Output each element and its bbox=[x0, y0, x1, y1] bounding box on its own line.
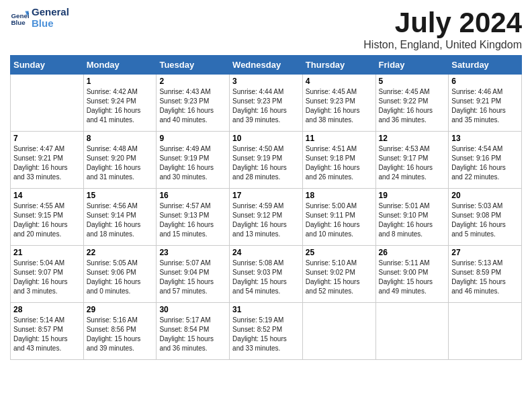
day-info: Sunrise: 5:14 AM Sunset: 8:57 PM Dayligh… bbox=[13, 316, 81, 353]
day-number: 12 bbox=[379, 134, 446, 143]
week-row-1: 1Sunrise: 4:42 AM Sunset: 9:24 PM Daylig… bbox=[11, 75, 522, 132]
day-info: Sunrise: 5:05 AM Sunset: 9:06 PM Dayligh… bbox=[87, 259, 154, 296]
calendar-cell: 13Sunrise: 4:54 AM Sunset: 9:16 PM Dayli… bbox=[449, 132, 522, 189]
calendar-cell: 12Sunrise: 4:53 AM Sunset: 9:17 PM Dayli… bbox=[375, 132, 449, 189]
day-number: 30 bbox=[159, 305, 226, 314]
calendar-cell: 8Sunrise: 4:48 AM Sunset: 9:20 PM Daylig… bbox=[83, 132, 157, 189]
week-row-4: 21Sunrise: 5:04 AM Sunset: 9:07 PM Dayli… bbox=[11, 246, 522, 303]
weekday-header-row: SundayMondayTuesdayWednesdayThursdayFrid… bbox=[11, 56, 522, 75]
calendar-cell: 14Sunrise: 4:55 AM Sunset: 9:15 PM Dayli… bbox=[11, 189, 84, 246]
day-number: 22 bbox=[87, 248, 154, 257]
day-info: Sunrise: 4:57 AM Sunset: 9:13 PM Dayligh… bbox=[159, 201, 226, 239]
day-number: 7 bbox=[13, 134, 81, 143]
calendar-cell: 17Sunrise: 4:59 AM Sunset: 9:12 PM Dayli… bbox=[230, 189, 303, 246]
calendar-cell: 31Sunrise: 5:19 AM Sunset: 8:52 PM Dayli… bbox=[230, 303, 303, 360]
calendar-cell: 18Sunrise: 5:00 AM Sunset: 9:11 PM Dayli… bbox=[302, 189, 375, 246]
day-number: 23 bbox=[159, 248, 226, 257]
calendar-cell: 5Sunrise: 4:45 AM Sunset: 9:22 PM Daylig… bbox=[375, 75, 449, 132]
day-number: 4 bbox=[306, 77, 373, 86]
calendar-cell: 6Sunrise: 4:46 AM Sunset: 9:21 PM Daylig… bbox=[449, 75, 522, 132]
day-info: Sunrise: 4:50 AM Sunset: 9:19 PM Dayligh… bbox=[232, 144, 300, 182]
calendar-cell: 24Sunrise: 5:08 AM Sunset: 9:03 PM Dayli… bbox=[230, 246, 303, 303]
day-info: Sunrise: 5:17 AM Sunset: 8:54 PM Dayligh… bbox=[159, 316, 226, 353]
day-number: 19 bbox=[379, 191, 446, 200]
day-info: Sunrise: 5:01 AM Sunset: 9:10 PM Dayligh… bbox=[379, 201, 446, 239]
calendar-cell: 30Sunrise: 5:17 AM Sunset: 8:54 PM Dayli… bbox=[157, 303, 230, 360]
weekday-header-tuesday: Tuesday bbox=[157, 56, 230, 75]
day-number: 1 bbox=[87, 77, 154, 86]
calendar-cell: 10Sunrise: 4:50 AM Sunset: 9:19 PM Dayli… bbox=[230, 132, 303, 189]
day-info: Sunrise: 4:42 AM Sunset: 9:24 PM Dayligh… bbox=[87, 87, 154, 125]
day-info: Sunrise: 4:45 AM Sunset: 9:23 PM Dayligh… bbox=[306, 87, 373, 125]
calendar-cell bbox=[449, 303, 522, 360]
calendar-cell: 1Sunrise: 4:42 AM Sunset: 9:24 PM Daylig… bbox=[83, 75, 157, 132]
header: General Blue General Blue July 2024 Hist… bbox=[10, 7, 522, 51]
weekday-header-saturday: Saturday bbox=[449, 56, 522, 75]
calendar-table: SundayMondayTuesdayWednesdayThursdayFrid… bbox=[10, 55, 522, 360]
calendar-cell: 15Sunrise: 4:56 AM Sunset: 9:14 PM Dayli… bbox=[83, 189, 157, 246]
calendar-cell: 2Sunrise: 4:43 AM Sunset: 9:23 PM Daylig… bbox=[157, 75, 230, 132]
day-number: 14 bbox=[13, 191, 81, 200]
day-number: 25 bbox=[306, 248, 373, 257]
day-info: Sunrise: 5:16 AM Sunset: 8:56 PM Dayligh… bbox=[87, 316, 154, 353]
day-number: 16 bbox=[159, 191, 226, 200]
day-info: Sunrise: 5:19 AM Sunset: 8:52 PM Dayligh… bbox=[232, 316, 300, 353]
day-info: Sunrise: 5:07 AM Sunset: 9:04 PM Dayligh… bbox=[159, 259, 226, 296]
calendar-cell: 26Sunrise: 5:11 AM Sunset: 9:00 PM Dayli… bbox=[375, 246, 449, 303]
calendar-cell: 29Sunrise: 5:16 AM Sunset: 8:56 PM Dayli… bbox=[83, 303, 157, 360]
calendar-cell bbox=[302, 303, 375, 360]
day-number: 2 bbox=[159, 77, 226, 86]
day-info: Sunrise: 4:43 AM Sunset: 9:23 PM Dayligh… bbox=[159, 87, 226, 125]
calendar-cell: 22Sunrise: 5:05 AM Sunset: 9:06 PM Dayli… bbox=[83, 246, 157, 303]
day-number: 8 bbox=[87, 134, 154, 143]
day-info: Sunrise: 5:03 AM Sunset: 9:08 PM Dayligh… bbox=[451, 201, 519, 239]
day-info: Sunrise: 5:04 AM Sunset: 9:07 PM Dayligh… bbox=[13, 259, 81, 296]
day-number: 6 bbox=[451, 77, 519, 86]
calendar-cell: 21Sunrise: 5:04 AM Sunset: 9:07 PM Dayli… bbox=[11, 246, 84, 303]
calendar-cell bbox=[11, 75, 84, 132]
day-number: 5 bbox=[379, 77, 446, 86]
day-info: Sunrise: 4:46 AM Sunset: 9:21 PM Dayligh… bbox=[451, 87, 519, 125]
day-number: 29 bbox=[87, 305, 154, 314]
day-number: 11 bbox=[306, 134, 373, 143]
day-number: 20 bbox=[451, 191, 519, 200]
day-number: 24 bbox=[232, 248, 300, 257]
calendar-title: July 2024 bbox=[363, 7, 522, 39]
day-info: Sunrise: 4:45 AM Sunset: 9:22 PM Dayligh… bbox=[379, 87, 446, 125]
day-info: Sunrise: 4:54 AM Sunset: 9:16 PM Dayligh… bbox=[451, 144, 519, 182]
logo-text-general: General bbox=[32, 7, 69, 18]
day-number: 28 bbox=[13, 305, 81, 314]
svg-text:Blue: Blue bbox=[11, 18, 26, 26]
weekday-header-wednesday: Wednesday bbox=[230, 56, 303, 75]
weekday-header-friday: Friday bbox=[375, 56, 449, 75]
calendar-cell: 9Sunrise: 4:49 AM Sunset: 9:19 PM Daylig… bbox=[157, 132, 230, 189]
day-info: Sunrise: 5:08 AM Sunset: 9:03 PM Dayligh… bbox=[232, 259, 300, 296]
day-number: 15 bbox=[87, 191, 154, 200]
week-row-5: 28Sunrise: 5:14 AM Sunset: 8:57 PM Dayli… bbox=[11, 303, 522, 360]
weekday-header-sunday: Sunday bbox=[11, 56, 84, 75]
day-info: Sunrise: 4:53 AM Sunset: 9:17 PM Dayligh… bbox=[379, 144, 446, 182]
calendar-cell: 3Sunrise: 4:44 AM Sunset: 9:23 PM Daylig… bbox=[230, 75, 303, 132]
calendar-cell bbox=[375, 303, 449, 360]
day-info: Sunrise: 5:10 AM Sunset: 9:02 PM Dayligh… bbox=[306, 259, 373, 296]
day-number: 31 bbox=[232, 305, 300, 314]
day-info: Sunrise: 4:44 AM Sunset: 9:23 PM Dayligh… bbox=[232, 87, 300, 125]
calendar-cell: 25Sunrise: 5:10 AM Sunset: 9:02 PM Dayli… bbox=[302, 246, 375, 303]
weekday-header-monday: Monday bbox=[83, 56, 157, 75]
day-number: 13 bbox=[451, 134, 519, 143]
day-info: Sunrise: 4:48 AM Sunset: 9:20 PM Dayligh… bbox=[87, 144, 154, 182]
logo-text-blue: Blue bbox=[32, 18, 69, 30]
calendar-cell: 27Sunrise: 5:13 AM Sunset: 8:59 PM Dayli… bbox=[449, 246, 522, 303]
logo: General Blue General Blue bbox=[10, 7, 69, 29]
day-number: 21 bbox=[13, 248, 81, 257]
logo-icon: General Blue bbox=[10, 9, 29, 28]
calendar-cell: 28Sunrise: 5:14 AM Sunset: 8:57 PM Dayli… bbox=[11, 303, 84, 360]
day-info: Sunrise: 5:11 AM Sunset: 9:00 PM Dayligh… bbox=[379, 259, 446, 296]
day-number: 27 bbox=[451, 248, 519, 257]
day-info: Sunrise: 4:47 AM Sunset: 9:21 PM Dayligh… bbox=[13, 144, 81, 182]
day-number: 17 bbox=[232, 191, 300, 200]
week-row-3: 14Sunrise: 4:55 AM Sunset: 9:15 PM Dayli… bbox=[11, 189, 522, 246]
day-info: Sunrise: 4:51 AM Sunset: 9:18 PM Dayligh… bbox=[306, 144, 373, 182]
calendar-cell: 19Sunrise: 5:01 AM Sunset: 9:10 PM Dayli… bbox=[375, 189, 449, 246]
calendar-cell: 4Sunrise: 4:45 AM Sunset: 9:23 PM Daylig… bbox=[302, 75, 375, 132]
